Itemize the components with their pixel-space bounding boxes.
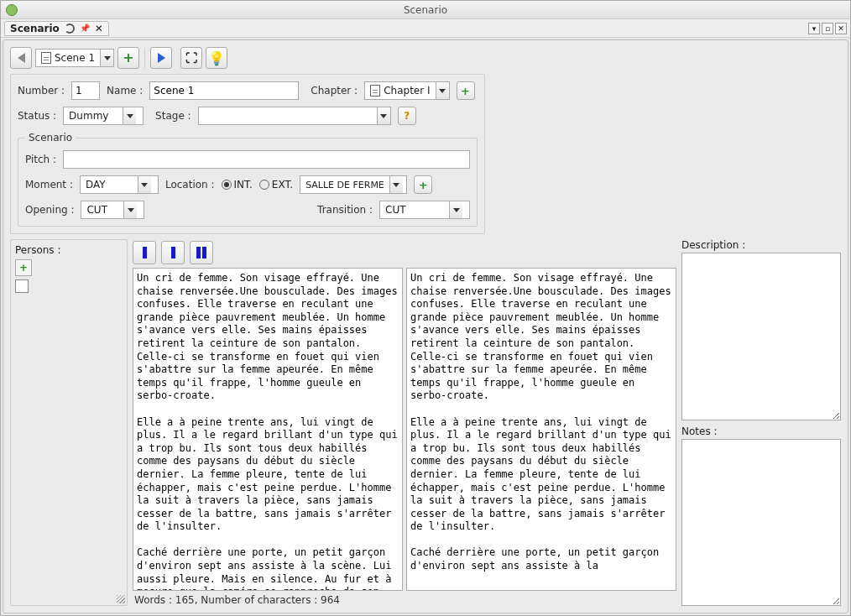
view-single-button[interactable]	[133, 241, 156, 264]
chevron-down-icon[interactable]	[138, 176, 151, 193]
transition-label: Transition :	[317, 204, 373, 216]
person-checkbox[interactable]	[15, 279, 29, 293]
document-tab-row: Scenario 📌 ✕ ▾ ▫ ✕	[1, 19, 850, 38]
pitch-label: Pitch :	[25, 154, 56, 165]
add-location-button[interactable]: +	[414, 175, 432, 194]
column-icon	[143, 247, 147, 258]
play-button[interactable]	[150, 47, 172, 69]
plus-icon: +	[123, 51, 133, 65]
editor-right-wrap	[406, 268, 676, 591]
opening-selector[interactable]: CUT	[81, 201, 144, 219]
stage-label: Stage :	[155, 110, 191, 122]
scene-form: Number : Name : Chapter : Chapter I + St…	[10, 74, 485, 234]
window-title: Scenario	[1, 4, 850, 16]
refresh-icon[interactable]	[65, 23, 75, 34]
plus-icon: +	[461, 86, 470, 97]
back-button[interactable]	[10, 47, 32, 69]
number-label: Number :	[18, 85, 65, 97]
persons-label: Persons :	[15, 244, 123, 256]
add-scene-button[interactable]: +	[117, 47, 139, 69]
view-single2-button[interactable]	[161, 241, 185, 264]
radio-label: INT.	[234, 179, 253, 191]
opening-label: Opening :	[25, 204, 74, 216]
add-person-button[interactable]: +	[15, 259, 32, 276]
transition-selector[interactable]: CUT	[379, 201, 470, 219]
chevron-down-icon[interactable]	[123, 107, 136, 124]
document-tab-label: Scenario	[10, 23, 60, 34]
chevron-down-icon[interactable]	[389, 176, 403, 193]
lower-row: Persons : +	[10, 239, 841, 606]
panel-maximize-icon[interactable]: ▫	[822, 23, 833, 34]
close-tab-icon[interactable]: ✕	[95, 23, 103, 34]
arrow-left-icon	[18, 53, 25, 63]
number-input[interactable]	[71, 81, 100, 100]
chevron-down-icon[interactable]	[100, 50, 113, 66]
panel-close-icon[interactable]: ✕	[835, 23, 847, 34]
editor-right[interactable]	[407, 269, 676, 590]
location-int-radio[interactable]: INT.	[222, 179, 253, 191]
scenario-legend: Scenario	[25, 132, 76, 144]
chapter-selector[interactable]: Chapter I	[364, 81, 449, 100]
add-chapter-button[interactable]: +	[457, 81, 475, 100]
editor-left-wrap	[133, 268, 403, 591]
pin-icon[interactable]: 📌	[80, 23, 90, 33]
description-textarea[interactable]	[681, 253, 841, 420]
titlebar: Scenario	[1, 1, 850, 19]
notes-textarea[interactable]	[681, 439, 841, 607]
status-label: Status :	[18, 110, 56, 122]
main-panel: Scene 1 + ⛶ 💡 Number : Name : Chapter :	[3, 39, 848, 613]
editor-column: Words : 165, Number of characters : 964	[133, 239, 676, 606]
chevron-down-icon[interactable]	[123, 201, 137, 218]
location-selector[interactable]: SALLE DE FERME	[300, 175, 407, 194]
document-tab[interactable]: Scenario 📌 ✕	[4, 21, 109, 36]
help-icon: ?	[404, 110, 410, 122]
name-input[interactable]	[149, 81, 299, 100]
location-value: SALLE DE FERME	[300, 180, 389, 191]
editor-left[interactable]	[133, 269, 402, 590]
column-icon	[171, 247, 175, 258]
moment-value: DAY	[81, 179, 138, 191]
fullscreen-button[interactable]: ⛶	[180, 47, 202, 69]
idea-button[interactable]: 💡	[206, 47, 227, 69]
column-icon	[196, 247, 201, 258]
column-icon	[202, 247, 206, 258]
scene-selector[interactable]: Scene 1	[35, 49, 114, 67]
help-button[interactable]: ?	[398, 107, 416, 125]
status-value: Dummy	[64, 110, 123, 122]
persons-panel: Persons : +	[10, 239, 128, 606]
panel-controls: ▾ ▫ ✕	[808, 23, 847, 34]
scenario-fieldset: Scenario Pitch : Moment : DAY Location :…	[18, 132, 478, 227]
view-mode-buttons	[133, 239, 676, 268]
radio-label: EXT.	[272, 179, 293, 191]
scene-selector-value: Scene 1	[55, 52, 95, 64]
view-split-button[interactable]	[190, 241, 213, 264]
description-label: Description :	[681, 239, 841, 251]
app-window: Scenario Scenario 📌 ✕ ▾ ▫ ✕ Scene 1 +	[0, 0, 851, 616]
chapter-value: Chapter I	[384, 85, 430, 97]
expand-icon: ⛶	[185, 51, 197, 65]
notes-label: Notes :	[681, 425, 841, 437]
chevron-down-icon[interactable]	[377, 107, 390, 124]
chevron-down-icon[interactable]	[449, 201, 462, 218]
opening-value: CUT	[81, 204, 123, 216]
resize-grip[interactable]	[117, 595, 125, 603]
moment-selector[interactable]: DAY	[80, 175, 159, 194]
right-column: Description : Notes :	[681, 239, 841, 606]
status-selector[interactable]: Dummy	[63, 107, 144, 125]
document-icon	[370, 85, 380, 97]
stage-selector[interactable]	[198, 107, 391, 125]
plus-icon: +	[419, 180, 428, 191]
location-label: Location :	[165, 179, 215, 191]
editors-row	[133, 268, 676, 591]
radio-icon	[259, 180, 269, 190]
panel-minimize-icon[interactable]: ▾	[808, 23, 820, 34]
chapter-label: Chapter :	[311, 85, 358, 97]
name-label: Name :	[107, 85, 143, 97]
location-ext-radio[interactable]: EXT.	[259, 179, 293, 191]
pitch-input[interactable]	[63, 150, 470, 169]
plus-icon: +	[19, 262, 28, 274]
toolbar: Scene 1 + ⛶ 💡	[10, 45, 841, 74]
status-line: Words : 165, Number of characters : 964	[133, 591, 676, 606]
chevron-down-icon[interactable]	[436, 82, 449, 99]
separator	[144, 48, 145, 68]
